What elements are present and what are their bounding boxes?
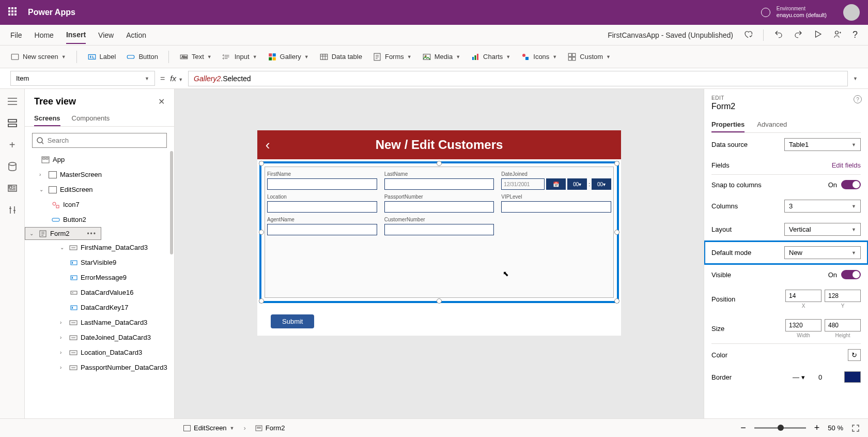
border-style-select[interactable]: — ▾ (793, 373, 815, 381)
tree-item-app[interactable]: App (25, 152, 174, 167)
data-icon[interactable] (7, 161, 18, 172)
minute-dropdown[interactable]: 00 ▾ (592, 178, 611, 190)
visible-toggle[interactable] (841, 270, 861, 279)
location-input[interactable] (267, 201, 377, 213)
layout-select[interactable]: Vertical▼ (784, 223, 861, 236)
defaultmode-select[interactable]: New▼ (784, 246, 861, 259)
tree-view-icon[interactable] (7, 118, 18, 128)
zoom-out-icon[interactable]: − (740, 423, 746, 433)
tree-item-errormsg[interactable]: ErrorMessage9 (25, 270, 174, 285)
svg-rect-19 (569, 53, 572, 56)
passport-input[interactable] (384, 201, 494, 213)
fit-icon[interactable] (851, 424, 860, 432)
play-icon[interactable] (813, 29, 823, 40)
media-button[interactable]: Media▼ (422, 52, 460, 62)
height-input[interactable]: 480 (825, 319, 861, 331)
date-input[interactable]: 12/31/2001 (501, 178, 545, 190)
help-circle-icon[interactable]: ? (854, 95, 862, 103)
edit-fields-link[interactable]: Edit fields (832, 161, 861, 169)
pos-x-input[interactable]: 14 (785, 290, 822, 302)
hour-dropdown[interactable]: 00 ▾ (567, 178, 587, 190)
tree-item-passport-dc[interactable]: ›PassportNumber_DataCard3 (25, 360, 174, 375)
help-icon[interactable]: ? (853, 29, 858, 40)
redo-icon[interactable] (794, 29, 803, 40)
menu-action[interactable]: Action (126, 27, 146, 43)
data-table-button[interactable]: Data table (319, 52, 362, 62)
tree-item-lastname-dc[interactable]: ›LastName_DataCard3 (25, 315, 174, 330)
scrollbar-thumb[interactable] (170, 151, 173, 254)
tree-item-starvisible[interactable]: StarVisible9 (25, 255, 174, 270)
custom-button[interactable]: Custom▼ (567, 52, 611, 62)
waffle-icon[interactable] (8, 7, 19, 18)
menu-file[interactable]: File (10, 27, 22, 43)
vip-input[interactable] (501, 201, 611, 213)
menu-insert[interactable]: Insert (66, 26, 86, 44)
color-refresh[interactable]: ↻ (848, 349, 861, 361)
tree-item-firstname-dc[interactable]: ⌄FirstName_DataCard3 (25, 240, 174, 255)
back-icon[interactable]: ‹ (257, 137, 278, 153)
tab-screens[interactable]: Screens (34, 111, 60, 126)
zoom-in-icon[interactable]: + (814, 423, 820, 433)
menu-home[interactable]: Home (35, 27, 54, 43)
health-icon[interactable] (743, 29, 753, 40)
new-screen-button[interactable]: New screen▼ (10, 52, 66, 62)
label-button[interactable]: Label (87, 52, 116, 62)
tree-item-form2[interactable]: ⌄Form2••• (25, 227, 101, 240)
menu-view[interactable]: View (98, 27, 114, 43)
tree-item-dcvalue[interactable]: DataCardValue16 (25, 285, 174, 300)
forms-button[interactable]: Forms▼ (373, 52, 412, 62)
breadcrumb-form2[interactable]: Form2 (255, 424, 285, 432)
agent-input[interactable] (267, 224, 377, 235)
tree-item-dckey[interactable]: DataCardKey17 (25, 300, 174, 315)
charts-button[interactable]: Charts▼ (471, 52, 510, 62)
firstname-input[interactable] (267, 178, 377, 190)
close-icon[interactable]: ✕ (158, 97, 165, 107)
environment-info[interactable]: Environment enayu.com (default) (777, 6, 827, 19)
breadcrumb-editscreen[interactable]: EditScreen▼ (183, 424, 235, 432)
hamburger-icon[interactable] (7, 96, 18, 107)
formula-expand-icon[interactable]: ▼ (853, 76, 858, 81)
columns-select[interactable]: 3▼ (784, 200, 861, 213)
undo-icon[interactable] (774, 29, 783, 40)
border-color-swatch[interactable] (844, 371, 861, 383)
calendar-icon[interactable]: 📅 (546, 178, 566, 190)
avatar[interactable] (843, 4, 860, 21)
more-icon[interactable]: ••• (87, 230, 97, 237)
add-icon[interactable]: + (7, 140, 18, 150)
submit-button[interactable]: Submit (271, 314, 314, 328)
svg-rect-33 (56, 205, 59, 208)
datasource-select[interactable]: Table1▼ (784, 138, 861, 151)
search-input[interactable] (48, 137, 162, 144)
input-button[interactable]: Input▼ (222, 52, 257, 62)
tab-properties[interactable]: Properties (711, 117, 745, 132)
form2-selection[interactable]: FirstName LastName DateJoined 12/31/2001… (259, 161, 619, 303)
tree-item-editscreen[interactable]: ⌄EditScreen (25, 182, 174, 197)
tools-icon[interactable] (7, 205, 18, 215)
zoom-slider[interactable] (754, 427, 806, 429)
canvas-screen[interactable]: ‹ New / Edit Customers FirstName LastNam… (257, 130, 621, 336)
pos-y-input[interactable]: 128 (825, 290, 861, 302)
share-icon[interactable] (833, 29, 842, 40)
border-width-input[interactable]: 0 (818, 373, 841, 381)
tree-search[interactable] (32, 133, 167, 148)
property-selector[interactable]: Item▼ (10, 71, 155, 86)
gallery-button[interactable]: Gallery▼ (268, 52, 309, 62)
prop-defaultmode-label: Default mode (711, 249, 751, 257)
tree-item-location-dc[interactable]: ›Location_DataCard3 (25, 345, 174, 360)
tree-item-datejoined-dc[interactable]: ›DateJoined_DataCard3 (25, 330, 174, 345)
custnum-input[interactable] (384, 224, 494, 235)
width-input[interactable]: 1320 (785, 319, 822, 331)
tab-advanced[interactable]: Advanced (757, 117, 787, 132)
snap-toggle[interactable] (841, 180, 861, 189)
tree-item-button2[interactable]: Button2 (25, 212, 174, 227)
tree-item-icon7[interactable]: Icon7 (25, 197, 174, 212)
button-button[interactable]: Button (126, 52, 158, 62)
icons-button[interactable]: Icons▼ (521, 52, 557, 62)
lastname-input[interactable] (384, 178, 494, 190)
text-button[interactable]: AbcText▼ (179, 52, 212, 62)
fx-label[interactable]: fx ▼ (170, 74, 183, 83)
tree-item-masterscreen[interactable]: ›MasterScreen (25, 167, 174, 182)
media-panel-icon[interactable] (7, 183, 18, 193)
tab-components[interactable]: Components (72, 111, 110, 126)
formula-input[interactable]: Gallery2.Selected (188, 71, 848, 86)
